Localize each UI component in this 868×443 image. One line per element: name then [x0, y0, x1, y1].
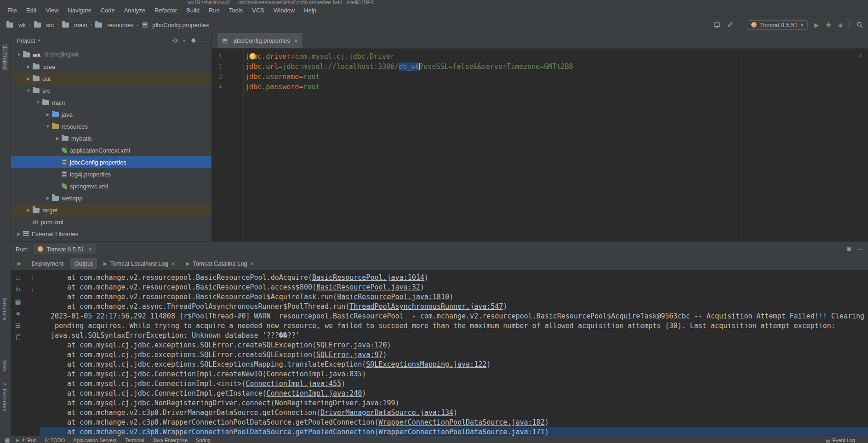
close-tab-icon[interactable]: × — [294, 37, 298, 45]
run-button[interactable]: ▶ — [814, 22, 819, 28]
tree-item-external-libraries[interactable]: ▶External Libraries — [11, 228, 211, 240]
menu-refactor[interactable]: Refactor — [150, 7, 182, 14]
stacktrace-link[interactable]: WrapperConnectionPoolDataSource.java:171 — [378, 428, 544, 436]
run-tab-deployment[interactable]: Deployment — [27, 258, 68, 269]
breadcrumb-item-src[interactable]: src — [32, 21, 56, 29]
expand-arrow-icon[interactable]: ▶ — [44, 112, 52, 117]
menu-analyze[interactable]: Analyze — [120, 7, 150, 14]
collapse-arrow-icon[interactable]: ▼ — [24, 88, 33, 93]
tree-item-webapp[interactable]: ▶webapp — [11, 192, 211, 204]
expand-arrow-icon[interactable]: ▶ — [53, 136, 62, 141]
hide-panel-icon[interactable]: — — [199, 37, 205, 44]
print-console-icon[interactable]: ⊟ — [15, 322, 21, 329]
down-stack-trace-icon[interactable]: ↓ — [31, 286, 34, 293]
run-config-tab[interactable]: Tomcat 8.5.51 × — [34, 244, 96, 254]
tree-item-log4j-properties[interactable]: log4j.properties — [11, 168, 211, 180]
tree-item-applicationcontext-xml[interactable]: applicationContext.xml — [11, 144, 211, 156]
statusbar-item-6-todo[interactable]: 6: TODO — [45, 436, 74, 443]
collapse-arrow-icon[interactable]: ▼ — [34, 100, 42, 105]
debug-button[interactable] — [825, 22, 832, 28]
up-stack-trace-icon[interactable]: ↑ — [31, 274, 34, 281]
rerun-icon[interactable]: ↻ — [15, 286, 21, 293]
expand-arrow-icon[interactable]: ▶ — [24, 64, 33, 69]
stacktrace-link[interactable]: BasicResourcePool.java:1810 — [337, 293, 449, 301]
menu-tools[interactable]: Tools — [224, 7, 247, 14]
tool-stripe-project[interactable]: 1: Project — [2, 44, 8, 71]
run-tab-tomcat-catalina-log[interactable]: ▶Tomcat Catalina Log× — [182, 258, 259, 269]
tree-item-src[interactable]: ▼src — [11, 85, 211, 97]
tree-item-wk[interactable]: ▼wkG:\shejiing\wk — [11, 49, 211, 61]
code-editor[interactable]: 1jdbc.driver=com.mysql.cj.jdbc.Driver2jd… — [212, 49, 868, 241]
stacktrace-link[interactable]: SQLExceptionsMapping.java:122 — [366, 360, 486, 369]
collapse-arrow-icon[interactable]: ▼ — [15, 52, 23, 57]
code-line[interactable]: jdbc.driver=com.mysql.cj.jdbc.Driver — [243, 51, 394, 62]
run-configuration-selector[interactable]: Tomcat 8.5.51 ▾ — [747, 20, 808, 30]
scroll-to-end-icon[interactable]: ≡ — [16, 310, 20, 317]
run-tab-tomcat-localhost-log[interactable]: ▶Tomcat Localhost Log× — [99, 258, 180, 269]
hide-run-panel-icon[interactable]: — — [857, 246, 863, 253]
stacktrace-link[interactable]: ConnectionImpl.java:455 — [246, 380, 341, 388]
menu-vcs[interactable]: VCS — [247, 7, 269, 14]
editor-tab-jdbcconfig-properties[interactable]: jdbcConfig.properties × — [217, 33, 303, 48]
menu-run[interactable]: Run — [204, 7, 224, 14]
menu-code[interactable]: Code — [96, 7, 120, 14]
menu-window[interactable]: Window — [269, 7, 299, 14]
tree-item-java[interactable]: ▶java — [11, 108, 211, 120]
menu-view[interactable]: View — [41, 7, 63, 14]
tree-item-pom-xml[interactable]: mpom.xml — [11, 216, 211, 228]
project-panel-title[interactable]: Project — [17, 37, 35, 44]
expand-arrow-icon[interactable]: ▶ — [44, 196, 52, 200]
inspection-status-icon[interactable]: ✓ — [858, 50, 862, 60]
code-line[interactable]: jdbc.password=root — [243, 82, 320, 92]
statusbar-item-4-run[interactable]: ▶4: Run — [16, 436, 45, 443]
tree-item-springmvc-xml[interactable]: springmvc.xml — [11, 180, 211, 192]
stop-icon[interactable]: □ — [16, 274, 20, 281]
collapse-all-icon[interactable] — [181, 38, 187, 44]
stacktrace-link[interactable]: BasicResourcePool.java:32 — [316, 283, 420, 291]
expand-arrow-icon[interactable]: ▶ — [24, 208, 33, 212]
tree-item-target[interactable]: ▶target — [11, 204, 211, 216]
code-line[interactable]: jdbc.url=jdbc:mysql://localhost:3306/db_… — [243, 62, 573, 72]
collapse-arrow-icon[interactable]: ▼ — [44, 124, 52, 129]
close-tab-icon[interactable]: × — [171, 260, 175, 267]
intention-bulb-icon[interactable] — [249, 53, 256, 60]
expand-arrow-icon[interactable]: ▶ — [15, 232, 23, 236]
close-config-tab-icon[interactable]: × — [88, 245, 92, 253]
settings-gear-icon[interactable] — [190, 37, 196, 44]
tool-window-switcher-icon[interactable]: ▦ — [5, 436, 10, 443]
stacktrace-link[interactable]: DriverManagerDataSource.java:134 — [320, 409, 453, 417]
deployment-view-icon[interactable]: ▦ — [15, 298, 21, 305]
code-line[interactable]: jdbc.username=root — [243, 72, 320, 82]
stacktrace-link[interactable]: SQLError.java:120 — [316, 341, 387, 349]
breadcrumb-item-main[interactable]: main — [60, 21, 89, 29]
tree-item-idea[interactable]: ▶.idea — [11, 61, 211, 73]
expand-arrow-icon[interactable]: ▶ — [24, 76, 33, 81]
tree-item-resources[interactable]: ▼resources — [11, 120, 211, 132]
menu-file[interactable]: File — [3, 7, 22, 14]
breadcrumb-item-jdbcconfig-properties[interactable]: jdbcConfig.properties — [140, 21, 211, 29]
tree-item-out[interactable]: ▶out — [11, 73, 211, 85]
console-output[interactable]: at com.mchange.v2.resourcepool.BasicReso… — [40, 270, 868, 436]
breadcrumb-item-wk[interactable]: wk — [5, 21, 28, 29]
statusbar-item-terminal[interactable]: Terminal — [125, 436, 153, 443]
close-tab-icon[interactable]: × — [251, 260, 254, 267]
stacktrace-link[interactable]: ThreadPoolAsynchronousRunner.java:547 — [349, 302, 503, 311]
run-settings-gear-icon[interactable] — [845, 246, 852, 252]
locate-file-icon[interactable] — [172, 37, 178, 44]
stacktrace-link[interactable]: SQLError.java:97 — [316, 351, 383, 359]
stacktrace-link[interactable]: NonRegisteringDriver.java:199 — [275, 399, 395, 407]
coverage-button[interactable]: ◈ — [838, 22, 843, 28]
menu-navigate[interactable]: Navigate — [63, 7, 96, 14]
tool-stripe-favorites[interactable]: 2: Favorites — [2, 382, 7, 411]
statusbar-item-application-servers[interactable]: Application Servers — [73, 436, 125, 443]
statusbar-item-spring[interactable]: Spring — [196, 436, 219, 443]
statusbar-item-event-log[interactable]: ▤Event Log — [826, 436, 863, 443]
edit-configurations-icon[interactable] — [727, 22, 733, 28]
tree-item-jdbcconfig-properties[interactable]: jdbcConfig.properties — [11, 156, 211, 168]
clear-console-icon[interactable] — [16, 335, 20, 340]
artifact-window-icon[interactable] — [714, 22, 720, 28]
search-everywhere-icon[interactable] — [856, 21, 863, 28]
breadcrumb-item-resources[interactable]: resources — [93, 21, 135, 29]
tool-stripe-web[interactable]: Web — [2, 360, 7, 371]
stacktrace-link[interactable]: ConnectionImpl.java:835 — [267, 370, 362, 378]
